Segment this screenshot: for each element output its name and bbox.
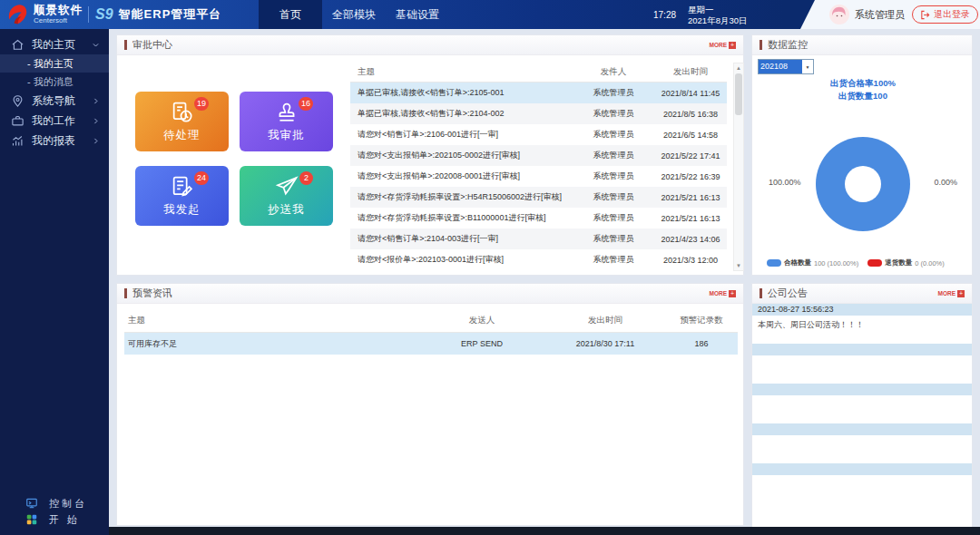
announcement-date[interactable] xyxy=(752,384,972,395)
sidebar-item-my-home[interactable]: 我的主页 xyxy=(0,34,109,54)
ship-qty-text: 出货数量100 xyxy=(752,90,974,102)
scroll-up-icon[interactable]: ▲ xyxy=(734,63,743,73)
panel-title: 数据监控 xyxy=(768,38,808,52)
table-header: 主题 发送人 发出时间 预警记录数 xyxy=(124,309,738,333)
card-my-initiated[interactable]: 我发起 24 xyxy=(135,166,229,226)
sidebar-item-system-nav[interactable]: 系统导航 xyxy=(0,91,109,111)
sidebar-item-my-work[interactable]: 我的工作 xyxy=(0,111,109,131)
announcement-list: 2021-08-27 15:56:23 本周六、周日公司活动！！！ xyxy=(752,304,972,530)
logout-button[interactable]: 退出登录 xyxy=(912,5,978,24)
chart-legend: 合格数量 100 (100.00%) 退货数量 0 (0.00%) xyxy=(767,258,945,268)
scroll-thumb[interactable] xyxy=(735,73,742,115)
card-label: 我审批 xyxy=(268,128,305,143)
brand-divider xyxy=(88,6,89,23)
chevron-right-icon xyxy=(92,117,100,125)
badge-count: 19 xyxy=(194,97,209,111)
plus-icon: + xyxy=(957,290,965,297)
chevron-right-icon xyxy=(92,97,100,105)
badge-count: 2 xyxy=(299,171,313,185)
sidebar: 我的主页 - 我的主页 - 我的消息 系统导航 我的工作 xyxy=(0,29,109,535)
product-name: 智能ERP管理平台 xyxy=(119,6,222,23)
tab-home[interactable]: 首页 xyxy=(259,0,322,29)
sidebar-item-label: 我的工作 xyxy=(32,113,92,129)
panel-title: 预警资讯 xyxy=(132,287,172,300)
table-scrollbar[interactable]: ▲ ▼ xyxy=(733,63,744,271)
table-row[interactable]: 可用库存不足 ERP SEND 2021/8/30 17:11 186 xyxy=(124,333,738,355)
alerts-more-button[interactable]: MORE + xyxy=(710,290,737,297)
topbar: 顺景软件 Centersoft S9 智能ERP管理平台 首页 全部模块 基础设… xyxy=(0,0,980,29)
brand-logo: 顺景软件 Centersoft xyxy=(6,3,83,26)
badge-count: 24 xyxy=(194,171,209,185)
data-monitor-panel: 数据监控 202108 ▼ 出货合格率100% 出货数量100 100.00% … xyxy=(751,34,973,276)
table-row[interactable]: 请您对<存货浮动耗损率设置>:B11000001进行[审核] 系统管理员 202… xyxy=(350,208,727,229)
sidebar-subitem-label: - 我的消息 xyxy=(27,75,74,89)
announcement-date[interactable] xyxy=(752,423,972,435)
pass-rate-text: 出货合格率100% xyxy=(752,77,974,90)
donut-label-left: 100.00% xyxy=(769,178,801,187)
scroll-down-icon[interactable]: ▼ xyxy=(734,261,743,270)
console-button[interactable]: 控制台 xyxy=(0,495,109,511)
table-row[interactable]: 单据已审核,请接收<销售订单>:2105-001 系统管理员 2021/8/14… xyxy=(350,83,727,103)
announcement-content xyxy=(752,395,972,423)
bottom-strip xyxy=(109,527,980,535)
start-icon xyxy=(25,513,38,526)
tab-all-modules[interactable]: 全部模块 xyxy=(322,0,386,29)
panel-title: 公司公告 xyxy=(768,287,808,300)
sidebar-item-label: 我的主页 xyxy=(32,37,92,53)
product-logo: S9 xyxy=(95,6,113,23)
header-subject: 主题 xyxy=(350,66,573,78)
logout-label: 退出登录 xyxy=(934,8,970,21)
table-row[interactable]: 请您对<销售订单>:2104-003进行[一审] 系统管理员 2021/4/23… xyxy=(350,229,727,249)
panel-title: 审批中心 xyxy=(132,38,172,52)
approval-more-button[interactable]: MORE + xyxy=(710,42,737,49)
date: 2021年8月30日 xyxy=(688,15,747,26)
avatar[interactable] xyxy=(829,5,849,24)
approval-table: 主题 发件人 发出时间 单据已审核,请接收<销售订单>:2105-001 系统管… xyxy=(350,63,727,270)
badge-count: 16 xyxy=(299,97,313,111)
table-row[interactable]: 请您对<销售订单>:2106-001进行[一审] 系统管理员 2021/6/5 … xyxy=(350,124,727,145)
table-row[interactable]: 单据已审核,请接收<销售订单>:2104-002 系统管理员 2021/8/5 … xyxy=(350,103,727,124)
chevron-down-icon xyxy=(92,41,100,49)
table-row[interactable]: 请您对<支出报销单>:202105-0002进行[审核] 系统管理员 2021/… xyxy=(350,145,727,166)
sidebar-subitem-label: - 我的主页 xyxy=(27,57,74,71)
brand-swirl-icon xyxy=(6,3,30,26)
doc-pen-icon xyxy=(170,174,195,199)
start-button[interactable]: 开 始 xyxy=(0,511,109,528)
doc-clock-icon xyxy=(170,100,195,125)
table-header: 主题 发件人 发出时间 xyxy=(350,63,727,83)
sidebar-subitem-my-messages[interactable]: - 我的消息 xyxy=(0,73,109,91)
tab-basic-settings[interactable]: 基础设置 xyxy=(386,0,449,29)
send-icon xyxy=(274,174,299,199)
sidebar-subitem-my-home[interactable]: - 我的主页 xyxy=(0,54,109,73)
main-content: 审批中心 MORE + 待处理 19 我审批 16 xyxy=(109,29,980,535)
sidebar-item-label: 我的报表 xyxy=(32,133,92,149)
chevron-right-icon xyxy=(92,137,100,145)
alerts-table: 主题 发送人 发出时间 预警记录数 可用库存不足 ERP SEND 2021/8… xyxy=(124,309,738,355)
console-icon xyxy=(25,497,38,510)
card-cc-me[interactable]: 抄送我 2 xyxy=(240,166,333,226)
sidebar-item-my-reports[interactable]: 我的报表 xyxy=(0,131,109,151)
period-value: 202108 xyxy=(759,60,802,73)
announcement-content: 本周六、周日公司活动！！！ xyxy=(752,316,972,344)
announcement-date[interactable] xyxy=(752,344,972,355)
logout-icon xyxy=(920,10,930,20)
chevron-down-icon: ▼ xyxy=(802,60,813,73)
card-pending[interactable]: 待处理 19 xyxy=(135,92,229,151)
briefcase-icon xyxy=(11,114,24,128)
panel-title-bar xyxy=(760,40,762,50)
table-row[interactable]: 请您对<报价单>:202103-0001进行[审核] 系统管理员 2021/3/… xyxy=(350,249,727,270)
legend-swatch-blue xyxy=(767,259,781,267)
date-block: 星期一 2021年8月30日 xyxy=(688,5,747,27)
period-select[interactable]: 202108 ▼ xyxy=(758,59,814,74)
announcement-date[interactable] xyxy=(752,463,972,475)
announcements-more-button[interactable]: MORE + xyxy=(938,290,965,297)
console-label: 控制台 xyxy=(49,497,87,511)
stamp-icon xyxy=(274,100,299,125)
chart-icon xyxy=(11,134,24,148)
announcements-panel: 公司公告 MORE + 2021-08-27 15:56:23 本周六、周日公司… xyxy=(751,283,973,526)
panel-title-bar xyxy=(760,288,762,298)
announcement-date[interactable]: 2021-08-27 15:56:23 xyxy=(752,304,972,316)
table-row[interactable]: 请您对<支出报销单>:202008-0001进行[审核] 系统管理员 2021/… xyxy=(350,166,727,187)
table-row[interactable]: 请您对<存货浮动耗损率设置>:H54R15006002进行[审核] 系统管理员 … xyxy=(350,187,727,208)
card-my-approvals[interactable]: 我审批 16 xyxy=(240,92,333,151)
